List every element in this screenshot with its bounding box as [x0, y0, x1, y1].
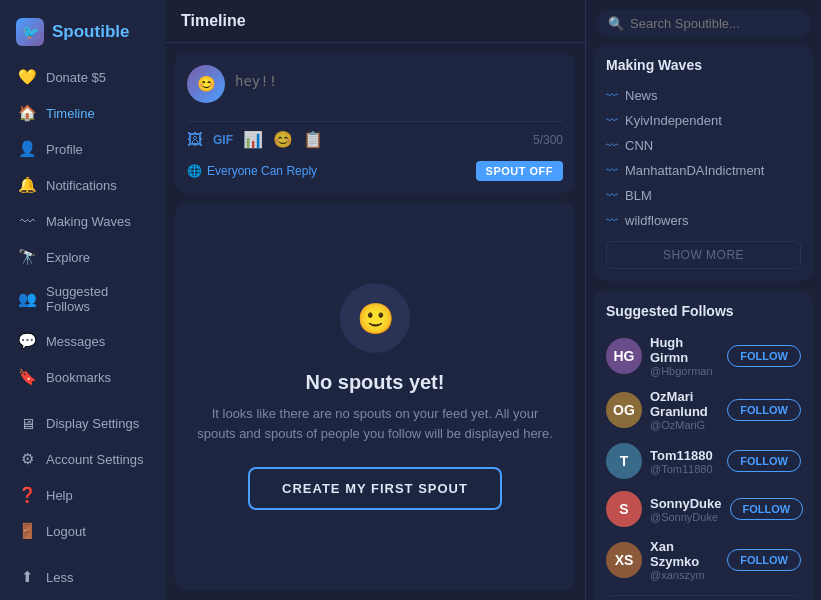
char-count: 5/300 [533, 133, 563, 147]
sidebar-item-donate[interactable]: 💛Donate $5 [8, 60, 157, 94]
wave-icon: 〰 [606, 139, 618, 153]
suggested-user-item: S SonnyDuke @SonnyDuke FOLLOW [606, 485, 801, 533]
sidebar-item-display[interactable]: 🖥Display Settings [8, 406, 157, 440]
compose-footer: 🌐 Everyone Can Reply SPOUT OFF [187, 153, 563, 181]
suggested-icon: 👥 [18, 290, 36, 308]
sidebar-label-logout: Logout [46, 524, 86, 539]
sidebar-item-bookmarks[interactable]: 🔖Bookmarks [8, 360, 157, 394]
sidebar-item-account[interactable]: ⚙Account Settings [8, 442, 157, 476]
compose-box: 😊 🖼 GIF 📊 😊 📋 5/300 🌐 Everyone Can Reply… [175, 53, 575, 193]
user-handle: @Hbgorman [650, 365, 719, 377]
account-icon: ⚙ [18, 450, 36, 468]
compose-input[interactable] [235, 65, 563, 113]
spout-off-button[interactable]: SPOUT OFF [476, 161, 563, 181]
sidebar-item-suggested[interactable]: 👥Suggested Follows [8, 276, 157, 322]
follow-button[interactable]: FOLLOW [727, 345, 801, 367]
wave-item[interactable]: 〰News [606, 83, 801, 108]
waves-show-more[interactable]: SHOW MORE [606, 241, 801, 269]
wave-icon: 〰 [606, 189, 618, 203]
user-handle: @SonnyDuke [650, 511, 722, 523]
wave-label: BLM [625, 188, 652, 203]
help-icon: ❓ [18, 486, 36, 504]
image-icon[interactable]: 🖼 [187, 131, 203, 149]
user-info: Xan Szymko @xanszym [650, 539, 719, 581]
user-name: Tom11880 [650, 448, 719, 463]
follow-button[interactable]: FOLLOW [727, 450, 801, 472]
sidebar-label-explore: Explore [46, 250, 90, 265]
suggested-follows-title: Suggested Follows [606, 303, 801, 319]
timeline-header: Timeline [165, 0, 585, 43]
user-avatar: HG [606, 338, 642, 374]
wave-label: ManhattanDAIndictment [625, 163, 764, 178]
search-icon: 🔍 [608, 16, 624, 31]
suggested-user-item: T Tom11880 @Tom11880 FOLLOW [606, 437, 801, 485]
user-name: SonnyDuke [650, 496, 722, 511]
less-icon: ⬆ [18, 568, 36, 586]
follow-button[interactable]: FOLLOW [727, 549, 801, 571]
suggested-show-more[interactable]: SHOW MORE [606, 595, 801, 600]
wave-item[interactable]: 〰wildflowers [606, 208, 801, 233]
sidebar-item-making_waves[interactable]: 〰Making Waves [8, 204, 157, 238]
sidebar-item-less[interactable]: ⬆ Less [8, 560, 157, 594]
making-waves-section: Making Waves 〰News〰KyivIndependent〰CNN〰M… [594, 45, 813, 281]
sidebar-label-timeline: Timeline [46, 106, 95, 121]
sidebar-label-bookmarks: Bookmarks [46, 370, 111, 385]
sidebar-item-profile[interactable]: 👤Profile [8, 132, 157, 166]
sidebar-item-help[interactable]: ❓Help [8, 478, 157, 512]
wave-icon: 〰 [606, 164, 618, 178]
user-info: SonnyDuke @SonnyDuke [650, 496, 722, 523]
sidebar-bottom: 🖥Display Settings⚙Account Settings❓Help🚪… [0, 406, 165, 556]
wave-icon: 〰 [606, 89, 618, 103]
sidebar-item-messages[interactable]: 💬Messages [8, 324, 157, 358]
sidebar-item-logout[interactable]: 🚪Logout [8, 514, 157, 548]
sidebar-nav: 💛Donate $5🏠Timeline👤Profile🔔Notification… [0, 60, 165, 394]
sidebar-label-profile: Profile [46, 142, 83, 157]
user-name: OzMari Granlund [650, 389, 719, 419]
right-panel: 🔍 Making Waves 〰News〰KyivIndependent〰CNN… [586, 0, 821, 600]
suggested-follows-section: Suggested Follows HG Hugh Girmn @Hbgorma… [594, 291, 813, 600]
wave-item[interactable]: 〰ManhattanDAIndictment [606, 158, 801, 183]
sidebar-item-explore[interactable]: 🔭Explore [8, 240, 157, 274]
user-handle: @OzMariG [650, 419, 719, 431]
logo-text: Spoutible [52, 22, 129, 42]
empty-description: It looks like there are no spouts on you… [195, 404, 555, 443]
empty-icon: 🙂 [340, 283, 410, 353]
wave-label: KyivIndependent [625, 113, 722, 128]
poll-icon[interactable]: 📊 [243, 130, 263, 149]
follow-button[interactable]: FOLLOW [727, 399, 801, 421]
timeline-icon: 🏠 [18, 104, 36, 122]
create-first-spout-button[interactable]: CREATE MY FIRST SPOUT [248, 467, 502, 510]
sidebar-item-timeline[interactable]: 🏠Timeline [8, 96, 157, 130]
logo-icon: 🐦 [16, 18, 44, 46]
wave-label: News [625, 88, 658, 103]
user-info: Hugh Girmn @Hbgorman [650, 335, 719, 377]
sidebar: 🐦 Spoutible 💛Donate $5🏠Timeline👤Profile🔔… [0, 0, 165, 600]
wave-item[interactable]: 〰CNN [606, 133, 801, 158]
making-waves-title: Making Waves [606, 57, 801, 73]
sidebar-label-display: Display Settings [46, 416, 139, 431]
search-input[interactable] [630, 16, 799, 31]
sidebar-item-notifications[interactable]: 🔔Notifications [8, 168, 157, 202]
user-name: Xan Szymko [650, 539, 719, 569]
wave-item[interactable]: 〰BLM [606, 183, 801, 208]
gif-icon[interactable]: GIF [213, 133, 233, 147]
main-content: Timeline 😊 🖼 GIF 📊 😊 📋 5/300 🌐 Everyone … [165, 0, 586, 600]
logo[interactable]: 🐦 Spoutible [0, 12, 165, 60]
explore-icon: 🔭 [18, 248, 36, 266]
compose-top: 😊 [187, 65, 563, 113]
user-avatar: T [606, 443, 642, 479]
waves-list: 〰News〰KyivIndependent〰CNN〰ManhattanDAInd… [606, 83, 801, 233]
user-avatar: OG [606, 392, 642, 428]
list-icon[interactable]: 📋 [303, 130, 323, 149]
emoji-icon[interactable]: 😊 [273, 130, 293, 149]
suggested-user-item: XS Xan Szymko @xanszym FOLLOW [606, 533, 801, 587]
wave-icon: 〰 [606, 214, 618, 228]
suggested-user-item: HG Hugh Girmn @Hbgorman FOLLOW [606, 329, 801, 383]
follow-button[interactable]: FOLLOW [730, 498, 804, 520]
user-info: Tom11880 @Tom11880 [650, 448, 719, 475]
sidebar-label-help: Help [46, 488, 73, 503]
reply-label: Everyone Can Reply [207, 164, 317, 178]
reply-setting[interactable]: 🌐 Everyone Can Reply [187, 164, 317, 178]
wave-item[interactable]: 〰KyivIndependent [606, 108, 801, 133]
sidebar-label-account: Account Settings [46, 452, 144, 467]
